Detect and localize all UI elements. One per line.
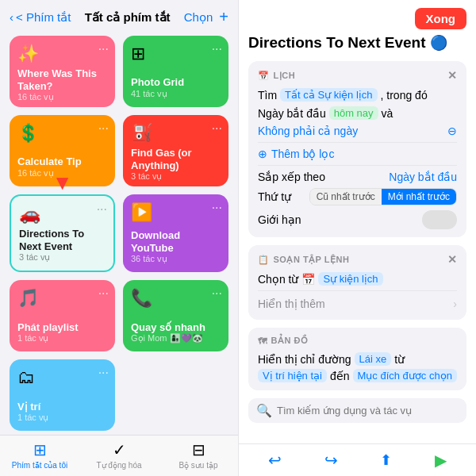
card-menu-dots[interactable]: ··· — [212, 286, 222, 301]
script-icon: 📋 — [258, 255, 270, 265]
nav-item-my-shortcuts[interactable]: ⊞ Phím tắt của tôi — [0, 440, 79, 470]
calendar-section-label: 📅 LỊCH ✕ — [258, 69, 457, 82]
card-tasks: Gọi Mom 👩‍👦💜🐼 — [131, 333, 221, 344]
search-bar[interactable]: 🔍 — [248, 398, 466, 423]
all-events-tag[interactable]: Tất cả Sự kiện lịch — [280, 88, 377, 102]
divider — [258, 290, 457, 291]
calendar-events-tag[interactable]: Sự kiện lịch — [318, 272, 382, 286]
card-title: Quay số nhanh — [131, 321, 221, 334]
add-filter-row[interactable]: ⊕ Thêm bộ lọc — [258, 148, 457, 160]
chevron-right-icon: › — [453, 298, 457, 310]
back-button[interactable]: ‹ < Phím tắt — [10, 10, 71, 25]
card-title: Phát playlist — [17, 321, 107, 334]
divider — [258, 165, 457, 166]
not-all-day-row: Không phải cả ngày ⊖ — [258, 125, 457, 137]
limit-row: Giới hạn — [258, 210, 457, 229]
back-label[interactable]: < Phím tắt — [16, 10, 71, 25]
card-menu-dots[interactable]: ··· — [212, 42, 222, 56]
sort-label: Sắp xếp theo — [258, 171, 325, 183]
order-row: Thứ tự Cũ nhất trước Mới nhất trước — [258, 188, 457, 205]
card-icon: ▶️ — [131, 202, 221, 223]
shortcut-card-photo-grid[interactable]: ··· ⊞ Photo Grid 41 tác vụ — [123, 36, 228, 107]
workflow-title-text: Directions To Next Event — [248, 34, 425, 52]
card-menu-dots[interactable]: ··· — [98, 42, 109, 56]
close-section-button[interactable]: ✕ — [447, 69, 458, 82]
add-shortcut-button[interactable]: + — [219, 8, 228, 26]
card-tasks: 1 tác vụ — [17, 333, 107, 344]
card-menu-dots[interactable]: ··· — [212, 121, 222, 136]
date-value-tag[interactable]: hôm nay — [329, 106, 378, 120]
plus-icon: ⊕ — [258, 148, 267, 160]
share-button[interactable]: ⬆ — [380, 451, 392, 469]
from-label: từ — [394, 353, 405, 366]
shortcut-card-playlist[interactable]: ··· 🎵 Phát playlist 1 tác vụ — [10, 280, 115, 351]
show-more-row[interactable]: Hiển thị thêm › — [258, 296, 457, 312]
redo-button[interactable]: ↪ — [324, 451, 338, 470]
right-footer: ↩ ↪ ⬆ ▶ — [239, 443, 476, 476]
shortcut-card-download-yt[interactable]: ··· ▶️ Download YouTube 36 tác vụ — [123, 194, 228, 272]
card-title: Directions To Next Event — [19, 228, 106, 252]
destination-tag[interactable]: Mục đích được chọn — [353, 369, 457, 382]
calendar-icon: 📅 — [258, 71, 270, 81]
show-directions-label: Hiển thị chỉ đường — [258, 353, 351, 366]
close-script-button[interactable]: ✕ — [447, 253, 458, 266]
left-panel: ‹ < Phím tắt Tất cả phím tắt Chọn + ··· … — [0, 0, 238, 476]
nav-item-automation[interactable]: ✓ Tự động hóa — [79, 440, 159, 470]
show-more-label: Hiển thị thêm — [258, 298, 325, 310]
card-icon: 🚗 — [19, 204, 106, 225]
search-input[interactable] — [277, 405, 459, 416]
shortcut-card-find-gas[interactable]: ··· ⛽ Find Gas (or Anything) 3 tác vụ — [123, 115, 228, 186]
shortcut-card-directions[interactable]: ··· 🚗 Directions To Next Event 3 tác vụ — [10, 194, 115, 272]
card-icon: ⊞ — [131, 44, 221, 64]
calendar-section: 📅 LỊCH ✕ Tìm Tất cả Sự kiện lịch , trong… — [248, 61, 466, 237]
not-all-day-label[interactable]: Không phải cả ngày — [258, 125, 358, 137]
card-icon: ⛽ — [131, 123, 221, 144]
right-content: Directions To Next Event 🔵 📅 LỊCH ✕ Tìm … — [239, 34, 476, 443]
nav-item-gallery[interactable]: ⊟ Bộ sưu tập — [159, 440, 238, 470]
order-label: Thứ tự — [258, 190, 291, 203]
shortcut-card-where-was[interactable]: ··· ✨ Where Was This Taken? 16 tác vụ — [10, 36, 115, 107]
card-tasks: 3 tác vụ — [19, 252, 106, 263]
newest-first-button[interactable]: Mới nhất trước — [382, 189, 456, 205]
shortcut-card-vitri[interactable]: ··· 🗂 Vị trí 1 tác vụ — [10, 359, 115, 431]
drive-mode-tag[interactable]: Lái xe — [355, 352, 392, 366]
minus-icon[interactable]: ⊖ — [447, 125, 457, 137]
shortcuts-grid: ··· ✨ Where Was This Taken? 16 tác vụ ··… — [0, 31, 238, 435]
choose-from-row: Chọn từ 📅 Sự kiện lịch — [258, 272, 457, 286]
card-title: Photo Grid — [131, 76, 221, 89]
card-tasks: 16 tác vụ — [17, 92, 107, 102]
card-menu-dots[interactable]: ··· — [98, 366, 109, 380]
search-icon: 🔍 — [256, 403, 272, 418]
card-icon: 📞 — [131, 288, 221, 309]
automation-icon: ✓ — [113, 440, 126, 459]
choose-button[interactable]: Chọn — [184, 10, 213, 25]
script-section-label: 📋 SOẠN TẬP LỆNH ✕ — [258, 253, 457, 266]
shortcut-card-quick-dial[interactable]: ··· 📞 Quay số nhanh Gọi Mom 👩‍👦💜🐼 — [123, 280, 228, 351]
map-section: 🗺 BẢN ĐỒ Hiển thị chỉ đường Lái xe từ Vị… — [248, 328, 466, 390]
workflow-title: Directions To Next Event 🔵 — [248, 34, 466, 52]
oldest-first-button[interactable]: Cũ nhất trước — [310, 189, 382, 205]
add-filter-label: Thêm bộ lọc — [271, 148, 334, 160]
card-menu-dots[interactable]: ··· — [98, 121, 109, 136]
card-menu-dots[interactable]: ··· — [212, 201, 222, 215]
card-icon: 🎵 — [17, 288, 107, 309]
undo-button[interactable]: ↩ — [268, 451, 282, 470]
order-buttons: Cũ nhất trước Mới nhất trước — [309, 188, 457, 205]
play-button[interactable]: ▶ — [435, 451, 447, 470]
current-location-tag[interactable]: Vị trí hiện tại — [258, 369, 327, 382]
nav-label-shortcuts: Phím tắt của tôi — [12, 461, 67, 470]
done-button[interactable]: Xong — [415, 8, 467, 29]
calendar-label-text: LỊCH — [274, 71, 296, 81]
sort-value[interactable]: Ngày bắt đầu — [389, 171, 457, 183]
card-menu-dots[interactable]: ··· — [98, 286, 109, 301]
map-label-text: BẢN ĐỒ — [271, 336, 309, 346]
card-menu-dots[interactable]: ··· — [97, 202, 107, 217]
script-label-text: SOẠN TẬP LỆNH — [274, 255, 350, 265]
more-options-button[interactable]: 🔵 — [430, 34, 447, 52]
card-title: Where Was This Taken? — [17, 67, 107, 92]
limit-toggle[interactable] — [422, 210, 457, 229]
divider — [258, 142, 457, 143]
left-header: ‹ < Phím tắt Tất cả phím tắt Chọn + — [0, 0, 238, 31]
card-tasks: 36 tác vụ — [131, 254, 221, 264]
chevron-left-icon: ‹ — [10, 10, 13, 24]
